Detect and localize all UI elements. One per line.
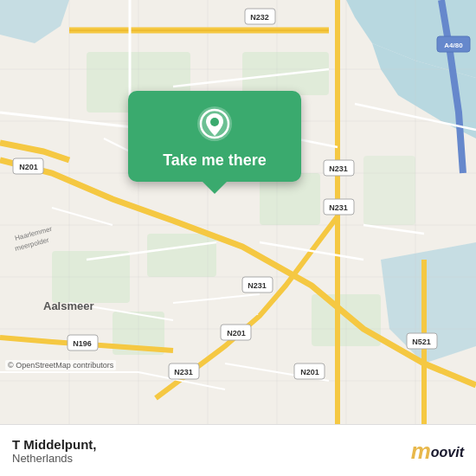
place-country: Netherlands: [12, 452, 96, 465]
navigate-popup[interactable]: Take me there: [128, 91, 301, 182]
svg-rect-12: [363, 156, 415, 225]
place-name: T Middelpunt,: [12, 437, 96, 452]
svg-text:A4/80: A4/80: [444, 42, 463, 49]
moovit-logo: m oovit: [411, 440, 464, 462]
svg-text:N196: N196: [73, 339, 92, 348]
svg-text:N201: N201: [300, 368, 319, 376]
svg-text:N232: N232: [250, 13, 269, 22]
svg-text:N231: N231: [248, 281, 267, 290]
svg-text:N231: N231: [329, 203, 348, 212]
svg-text:N231: N231: [174, 368, 193, 376]
osm-credit: © OpenStreetMap contributors: [5, 360, 116, 370]
svg-text:N231: N231: [329, 164, 348, 173]
svg-text:N201: N201: [227, 329, 246, 338]
svg-rect-8: [147, 234, 216, 277]
popup-label: Take me there: [163, 151, 267, 170]
svg-text:Aalsmeer: Aalsmeer: [43, 299, 94, 312]
place-info: T Middelpunt, Netherlands: [12, 437, 96, 465]
svg-text:N201: N201: [19, 163, 38, 171]
location-pin-icon: [196, 105, 234, 143]
map-view: N232 N201 N201 N201 N231 N231 N231 N231 …: [0, 0, 476, 424]
bottom-bar: T Middelpunt, Netherlands m oovit: [0, 424, 476, 476]
svg-point-72: [210, 118, 219, 126]
svg-text:N521: N521: [412, 338, 431, 346]
moovit-text: oovit: [431, 446, 464, 460]
moovit-m-letter: m: [411, 440, 431, 462]
